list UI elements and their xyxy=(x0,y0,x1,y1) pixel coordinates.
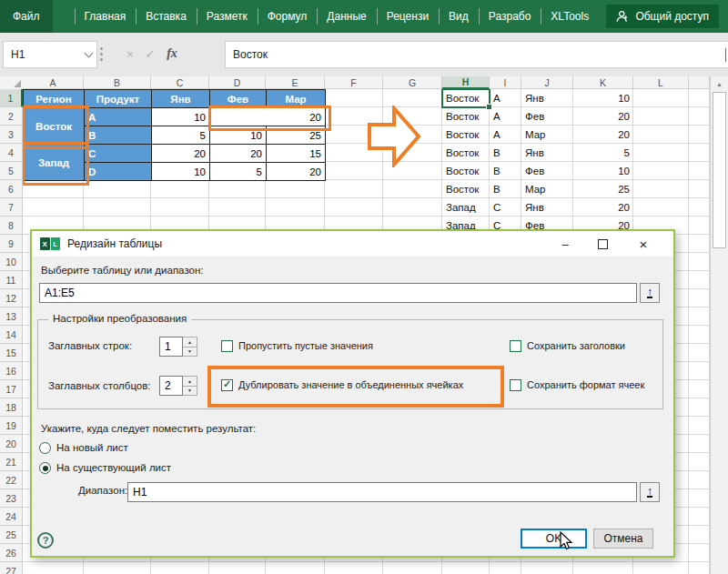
source-header-cell[interactable]: Мар xyxy=(267,90,326,108)
source-cell[interactable]: Запад xyxy=(24,145,85,181)
result-cell[interactable]: Янв xyxy=(521,144,573,162)
result-cell[interactable]: A xyxy=(490,107,521,126)
stepper-up-icon[interactable]: ▲ xyxy=(183,377,197,387)
column-header-C[interactable]: C xyxy=(151,76,209,89)
result-cell[interactable]: 20 xyxy=(573,198,633,217)
range-input[interactable]: A1:E5 xyxy=(39,283,637,303)
ribbon-tab-Вставка[interactable]: Вставка xyxy=(136,0,197,33)
row-header-23[interactable]: 23 xyxy=(0,489,23,508)
source-cell[interactable]: 15 xyxy=(267,145,326,163)
scrollbar-up-icon[interactable]: ▲ xyxy=(711,76,728,91)
stepper-down-icon[interactable]: ▼ xyxy=(183,387,197,396)
row-header-17[interactable]: 17 xyxy=(0,380,23,398)
source-cell[interactable]: 10 xyxy=(152,108,210,126)
source-header-cell[interactable]: Янв xyxy=(152,90,210,108)
result-cell[interactable]: Фев xyxy=(521,107,573,126)
scrollbar-thumb[interactable] xyxy=(713,92,726,248)
result-cell[interactable]: 5 xyxy=(573,144,633,162)
source-cell[interactable]: Восток xyxy=(24,108,85,145)
maximize-icon[interactable] xyxy=(587,231,618,257)
ribbon-tab-Разрабо[interactable]: Разрабо xyxy=(479,0,541,33)
header-cols-stepper[interactable]: 2 ▲▼ xyxy=(159,376,197,396)
row-header-16[interactable]: 16 xyxy=(0,362,23,380)
row-header-19[interactable]: 19 xyxy=(0,417,23,435)
result-cell[interactable]: 10 xyxy=(573,162,633,180)
ribbon-tab-Рецензи[interactable]: Рецензи xyxy=(377,0,439,33)
source-header-cell[interactable]: Фев xyxy=(210,90,267,108)
result-cell[interactable]: Восток xyxy=(442,144,490,162)
row-header-22[interactable]: 22 xyxy=(0,471,23,489)
row-header-18[interactable]: 18 xyxy=(0,398,23,417)
result-cell[interactable]: 10 xyxy=(573,89,633,107)
column-header-H[interactable]: H xyxy=(442,76,490,89)
source-header-cell[interactable]: Регион xyxy=(24,90,85,108)
row-header-6[interactable]: 6 xyxy=(0,180,23,198)
result-cell[interactable]: B xyxy=(490,144,521,162)
share-button[interactable]: Общий доступ xyxy=(606,5,719,28)
destination-range-input[interactable]: H1 xyxy=(127,482,637,502)
insert-function-icon[interactable]: fx xyxy=(163,41,181,66)
result-cell[interactable]: Фев xyxy=(521,162,573,180)
stepper-down-icon[interactable]: ▼ xyxy=(183,347,197,357)
column-header-F[interactable]: F xyxy=(325,76,383,89)
result-cell[interactable]: Запад xyxy=(442,198,490,217)
source-cell[interactable]: D xyxy=(85,163,152,181)
row-header-25[interactable]: 25 xyxy=(0,526,23,544)
source-cell[interactable]: B xyxy=(85,126,152,145)
stepper-up-icon[interactable]: ▲ xyxy=(183,337,197,347)
header-rows-stepper[interactable]: 1 ▲▼ xyxy=(159,337,197,357)
vertical-scrollbar[interactable]: ▲ xyxy=(710,76,728,574)
formula-bar-expand-icon[interactable] xyxy=(725,48,726,61)
radio-new-sheet[interactable]: На новый лист xyxy=(39,442,128,454)
checkbox-skip-empty[interactable]: Пропустить пустые значения xyxy=(221,340,373,352)
source-cell[interactable]: 10 xyxy=(152,163,210,181)
range-picker-icon[interactable]: ↑ xyxy=(640,283,660,303)
result-cell[interactable]: 25 xyxy=(573,180,633,198)
column-header-I[interactable]: I xyxy=(490,76,521,89)
close-icon[interactable]: × xyxy=(628,231,659,257)
result-cell[interactable]: 20 xyxy=(573,126,633,144)
result-cell[interactable]: Восток xyxy=(442,126,490,144)
name-box-dropdown-icon[interactable] xyxy=(80,53,96,56)
name-box[interactable]: H1 xyxy=(3,41,97,68)
result-cell[interactable]: A xyxy=(490,89,521,107)
source-cell[interactable]: 20 xyxy=(152,145,210,163)
row-header-5[interactable]: 5 xyxy=(0,162,23,180)
row-header-7[interactable]: 7 xyxy=(0,198,23,217)
result-cell[interactable]: A xyxy=(490,126,521,144)
ribbon-tab-Файл[interactable]: Файл xyxy=(0,0,53,33)
result-cell[interactable]: Янв xyxy=(521,89,573,107)
result-cell[interactable]: B xyxy=(490,162,521,180)
row-header-20[interactable]: 20 xyxy=(0,435,23,453)
fill-handle[interactable] xyxy=(486,104,492,110)
result-cell[interactable]: B xyxy=(490,180,521,198)
row-header-9[interactable]: 9 xyxy=(0,235,23,253)
checkbox-duplicate-values[interactable]: Дублировать значение в объединенных ячей… xyxy=(221,379,463,391)
column-header-G[interactable]: G xyxy=(383,76,442,89)
column-header-blank[interactable] xyxy=(689,76,710,89)
result-cell[interactable]: Мар xyxy=(521,180,573,198)
row-header-15[interactable]: 15 xyxy=(0,344,23,362)
ribbon-tab-Разметк[interactable]: Разметк xyxy=(197,0,258,33)
formula-enter-icon[interactable]: ✓ xyxy=(141,41,159,66)
row-header-10[interactable]: 10 xyxy=(0,253,23,271)
result-cell[interactable]: Мар xyxy=(521,126,573,144)
result-cell[interactable]: 20 xyxy=(573,107,633,126)
row-header-13[interactable]: 13 xyxy=(0,307,23,326)
column-header-B[interactable]: B xyxy=(84,76,151,89)
result-cell[interactable]: Янв xyxy=(521,198,573,217)
select-all-corner[interactable] xyxy=(0,76,24,90)
ribbon-tab-Данные[interactable]: Данные xyxy=(317,0,376,33)
source-cell[interactable]: 5 xyxy=(152,126,210,145)
result-cell[interactable]: Восток xyxy=(442,180,490,198)
source-cell[interactable]: 5 xyxy=(210,163,267,181)
row-header-12[interactable]: 12 xyxy=(0,289,23,307)
source-cell[interactable]: C xyxy=(85,145,152,163)
result-cell[interactable]: Восток xyxy=(442,162,490,180)
row-header-26[interactable]: 26 xyxy=(0,544,23,562)
source-cell[interactable]: 20 xyxy=(210,108,326,126)
minimize-icon[interactable]: – xyxy=(550,231,581,257)
column-header-J[interactable]: J xyxy=(521,76,573,89)
row-header-2[interactable]: 2 xyxy=(0,107,23,126)
radio-existing-sheet[interactable]: На существующий лист xyxy=(39,462,171,474)
